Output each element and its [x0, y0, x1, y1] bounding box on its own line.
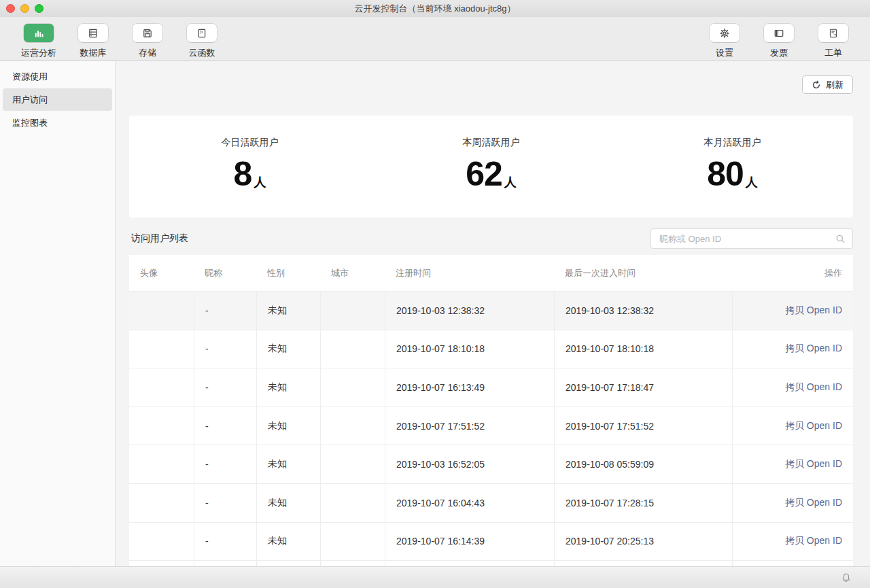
toolbar-item[interactable]: 运营分析: [12, 24, 66, 60]
cell-action: 拷贝 Open ID: [732, 292, 853, 330]
toolbar-label: 设置: [716, 47, 733, 59]
cell-gender: 未知: [256, 292, 320, 330]
cell-action: 拷贝 Open ID: [732, 330, 853, 368]
window-body: 资源使用 用户访问 监控图表 刷新: [0, 61, 870, 566]
toolbar-icon-button[interactable]: [133, 24, 162, 42]
cell-city: [320, 292, 385, 330]
main-content: 刷新 今日活跃用户 8 人 本周活跃用户 6: [116, 61, 870, 566]
minimize-button[interactable]: [20, 4, 29, 13]
table-header-cell: 城市: [320, 267, 385, 279]
cell-register-time: 2019-10-03 16:52:05: [385, 445, 554, 483]
close-button[interactable]: [6, 4, 15, 13]
table-header-row: 头像 昵称 性别 城市 注册时间 最后一次进入时间 操作: [129, 255, 853, 291]
window-title: 云开发控制台（当前环境 xiaodou-jtc8g）: [355, 3, 516, 15]
cell-action: 拷贝 Open ID: [732, 407, 853, 445]
cell-avatar: [129, 407, 194, 445]
traffic-lights: [6, 4, 44, 13]
table-header-cell: 头像: [129, 267, 194, 279]
cell-city: [320, 445, 385, 483]
partial-table-row: [129, 560, 853, 566]
refresh-button[interactable]: 刷新: [802, 75, 853, 94]
list-header-bar: 访问用户列表: [131, 228, 853, 249]
table-row: - 未知 2019-10-03 16:52:05 2019-10-08 05:5…: [129, 445, 853, 483]
copy-openid-link[interactable]: 拷贝 Open ID: [785, 343, 842, 355]
cell-action: 拷贝 Open ID: [732, 523, 853, 561]
sidebar-item[interactable]: 资源使用: [3, 65, 112, 88]
cell-register-time: 2019-10-07 18:10:18: [385, 330, 554, 368]
toolbar-label: 发票: [770, 47, 788, 59]
table-row: - 未知 2019-10-07 18:10:18 2019-10-07 18:1…: [129, 330, 853, 368]
table-header-cell: 注册时间: [385, 267, 554, 279]
sidebar-item[interactable]: 用户访问: [3, 88, 112, 111]
stat-value: 62 人: [466, 157, 517, 191]
cell-last-visit-time: 2019-10-07 17:18:47: [554, 368, 732, 407]
copy-openid-link[interactable]: 拷贝 Open ID: [785, 420, 842, 432]
toolbar-icon-button[interactable]: [24, 24, 54, 42]
toolbar-item[interactable]: 设置: [697, 24, 752, 60]
gear-icon: [718, 27, 731, 39]
copy-openid-link[interactable]: 拷贝 Open ID: [785, 497, 842, 509]
zoom-button[interactable]: [35, 4, 44, 13]
cell-gender: 未知: [256, 368, 320, 407]
toolbar-icon-button[interactable]: [710, 24, 740, 42]
toolbar-item[interactable]: 发票: [752, 24, 806, 60]
stat-unit: 人: [504, 176, 517, 188]
cell-gender: 未知: [256, 407, 320, 445]
cell-avatar: [129, 523, 194, 561]
cell-avatar: [129, 484, 194, 522]
toolbar-item[interactable]: ? 工单: [806, 24, 860, 60]
toolbar-icon-button[interactable]: fx: [187, 24, 217, 42]
table-row: - 未知 2019-10-03 12:38:32 2019-10-03 12:3…: [129, 291, 853, 330]
copy-openid-link[interactable]: 拷贝 Open ID: [785, 535, 842, 547]
cell-register-time: 2019-10-07 17:51:52: [385, 407, 554, 445]
cell-nickname: -: [194, 445, 256, 483]
sidebar-item[interactable]: 监控图表: [3, 111, 112, 134]
toolbar-icon-button[interactable]: ?: [818, 24, 848, 42]
copy-openid-link[interactable]: 拷贝 Open ID: [785, 381, 842, 394]
stat-item: 今日活跃用户 8 人: [129, 116, 370, 218]
stat-item: 本月活跃用户 80 人: [612, 116, 853, 218]
copy-openid-link[interactable]: 拷贝 Open ID: [785, 305, 842, 317]
cell-nickname: -: [194, 523, 256, 561]
bell-icon[interactable]: [841, 572, 852, 583]
table-row: - 未知 2019-10-07 16:13:49 2019-10-07 17:1…: [129, 368, 853, 407]
stat-number: 80: [707, 157, 744, 191]
cell-gender: 未知: [256, 445, 320, 483]
sidebar-item-label: 监控图表: [12, 117, 48, 129]
cell-nickname: -: [194, 484, 256, 522]
toolbar-item[interactable]: fx 云函数: [175, 24, 229, 60]
invoice-icon: [773, 27, 785, 39]
sidebar: 资源使用 用户访问 监控图表: [0, 61, 116, 566]
search-box[interactable]: [650, 228, 853, 249]
storage-icon: [141, 27, 154, 39]
cell-last-visit-time: 2019-10-07 18:10:18: [554, 330, 732, 368]
stat-unit: 人: [254, 176, 266, 188]
cell-nickname: -: [194, 330, 256, 368]
stat-item: 本周活跃用户 62 人: [370, 116, 612, 218]
cell-register-time: 2019-10-03 12:38:32: [385, 292, 554, 330]
copy-openid-link[interactable]: 拷贝 Open ID: [785, 458, 842, 470]
stat-unit: 人: [746, 176, 758, 188]
sidebar-item-label: 资源使用: [12, 71, 48, 83]
cell-city: [320, 407, 385, 445]
stat-number: 62: [466, 157, 502, 191]
cell-register-time: 2019-10-07 16:04:43: [385, 484, 554, 522]
toolbar-item[interactable]: 数据库: [66, 24, 120, 60]
sidebar-item-label: 用户访问: [12, 94, 48, 106]
cell-city: [320, 523, 385, 561]
table-header-cell: 最后一次进入时间: [554, 267, 732, 279]
function-icon: fx: [196, 27, 208, 39]
ticket-icon: ?: [827, 27, 839, 39]
list-title: 访问用户列表: [131, 232, 188, 245]
toolbar-icon-button[interactable]: [764, 24, 794, 42]
toolbar-item[interactable]: 存储: [120, 24, 175, 60]
toolbar: 运营分析 数据库 存储: [0, 17, 870, 61]
search-input[interactable]: [659, 234, 835, 244]
cell-nickname: -: [194, 368, 256, 407]
titlebar: 云开发控制台（当前环境 xiaodou-jtc8g）: [0, 0, 870, 17]
cell-avatar: [129, 330, 194, 368]
table-row: - 未知 2019-10-07 16:14:39 2019-10-07 20:2…: [129, 522, 853, 561]
cell-last-visit-time: 2019-10-03 12:38:32: [554, 292, 732, 330]
toolbar-icon-button[interactable]: [78, 24, 108, 42]
cell-last-visit-time: 2019-10-07 20:25:13: [554, 523, 732, 561]
